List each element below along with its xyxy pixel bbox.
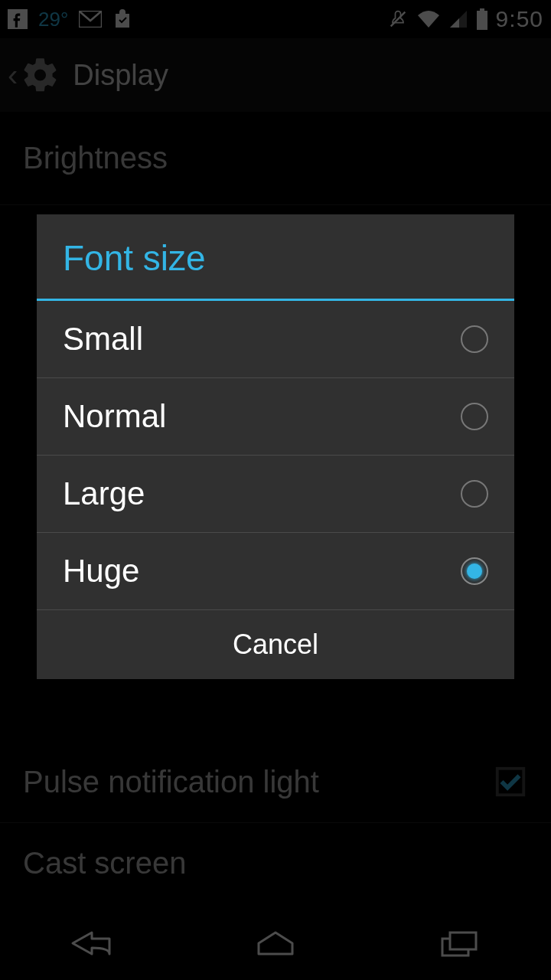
font-size-dialog: Font size Small Normal Large Huge Cancel [37, 214, 514, 679]
option-label: Small [63, 321, 143, 358]
option-large[interactable]: Large [37, 456, 514, 533]
dialog-title: Font size [37, 214, 514, 299]
option-label: Large [63, 475, 145, 512]
radio-unchecked-icon [461, 325, 488, 353]
option-huge[interactable]: Huge [37, 533, 514, 610]
option-small[interactable]: Small [37, 301, 514, 378]
radio-unchecked-icon [461, 403, 488, 430]
dialog-options: Small Normal Large Huge [37, 301, 514, 610]
option-normal[interactable]: Normal [37, 378, 514, 456]
option-label: Normal [63, 398, 166, 435]
cancel-button[interactable]: Cancel [37, 610, 514, 679]
option-label: Huge [63, 553, 139, 590]
radio-unchecked-icon [461, 480, 488, 508]
radio-checked-icon [461, 557, 488, 585]
